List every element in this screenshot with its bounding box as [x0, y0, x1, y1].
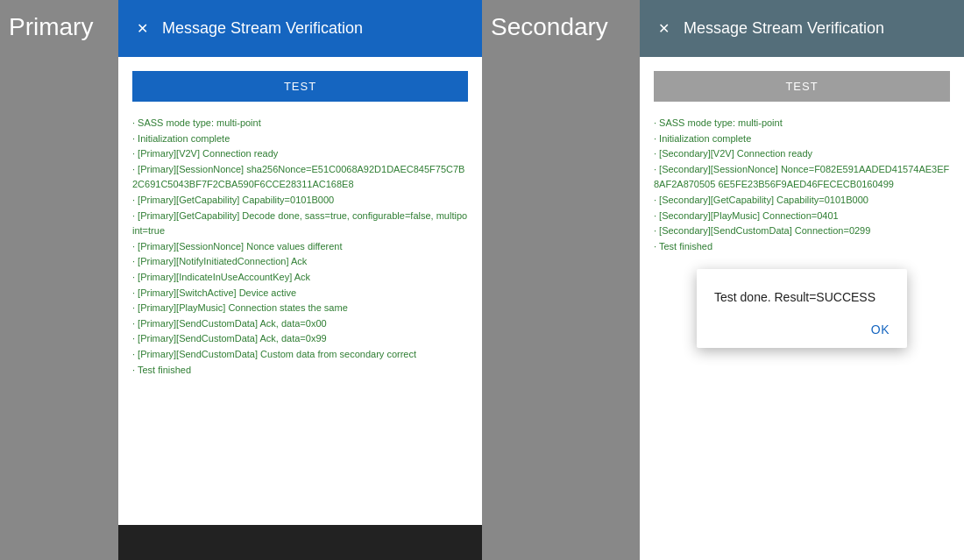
right-dialog-content: TEST · SASS mode type: multi-point · Ini…: [640, 57, 964, 560]
right-dialog-title: Message Stream Verification: [684, 19, 884, 38]
right-log-text: · SASS mode type: multi-point · Initiali…: [654, 116, 950, 254]
primary-label: Primary: [9, 13, 93, 41]
left-dialog-title: Message Stream Verification: [162, 19, 363, 38]
result-ok-button[interactable]: OK: [871, 323, 890, 337]
right-test-button[interactable]: TEST: [654, 71, 950, 102]
left-bottom-bar: [118, 525, 482, 560]
left-panel: Primary ✕ Message Stream Verification TE…: [0, 0, 482, 560]
left-dialog: ✕ Message Stream Verification TEST · SAS…: [118, 0, 482, 560]
left-close-button[interactable]: ✕: [132, 19, 152, 39]
left-dialog-titlebar: ✕ Message Stream Verification: [118, 0, 482, 57]
result-ok-container: OK: [714, 322, 890, 337]
result-dialog: Test done. Result=SUCCESS OK: [697, 269, 907, 348]
right-panel-label: Secondary: [482, 0, 640, 560]
left-test-button[interactable]: TEST: [132, 71, 468, 102]
right-dialog-titlebar: ✕ Message Stream Verification: [640, 0, 964, 57]
right-panel: Secondary ✕ Message Stream Verification …: [482, 0, 964, 560]
left-log-text: · SASS mode type: multi-point · Initiali…: [132, 116, 468, 378]
right-close-button[interactable]: ✕: [654, 19, 673, 39]
result-text: Test done. Result=SUCCESS: [714, 290, 890, 304]
left-dialog-content: TEST · SASS mode type: multi-point · Ini…: [118, 57, 482, 525]
secondary-label: Secondary: [491, 13, 608, 41]
left-panel-label: Primary: [0, 0, 118, 560]
right-dialog: ✕ Message Stream Verification TEST · SAS…: [640, 0, 964, 560]
